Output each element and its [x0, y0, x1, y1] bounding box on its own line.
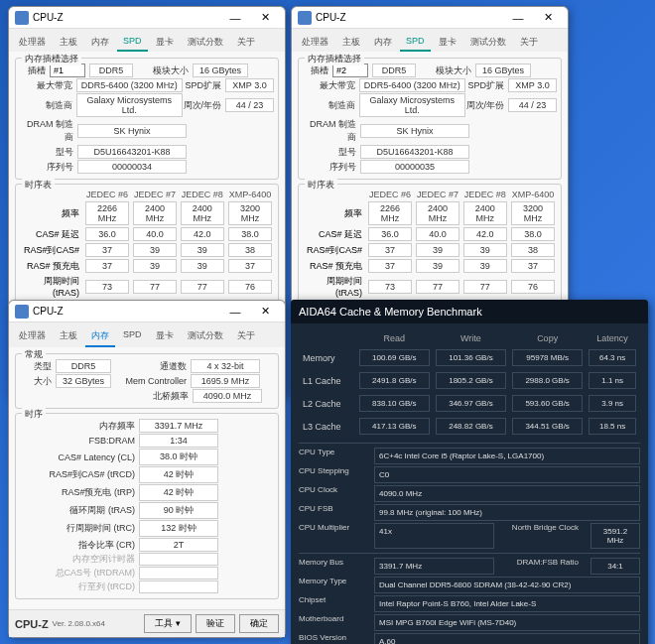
aida-row-label: Memory [301, 347, 355, 368]
timing-col: JEDEC #7 [414, 189, 461, 200]
timing-value: 3200 MHz [511, 201, 555, 225]
aida-value: 2491.8 GB/s [359, 372, 430, 389]
ok-button[interactable]: 确定 [239, 614, 279, 633]
timing-value: 2400 MHz [133, 201, 177, 225]
tab-graphics[interactable]: 显卡 [433, 33, 462, 52]
mem-label: CAS# Latency (CL) [20, 452, 139, 462]
aida-value: 1.1 ns [589, 372, 636, 389]
timing-legend: 时序 [22, 408, 46, 421]
tab-mainboard[interactable]: 主板 [54, 33, 83, 52]
tools-label: 工具 [155, 618, 173, 628]
chipset-label: Chipset [299, 595, 368, 612]
size-label: 模块大小 [133, 64, 193, 77]
clock-value: 4090.0 MHz [374, 485, 640, 502]
tab-spd[interactable]: SPD [117, 33, 148, 52]
close-button[interactable]: ✕ [534, 9, 562, 27]
timing-value: 37 [511, 259, 555, 273]
tab-spd[interactable]: SPD [400, 33, 431, 52]
timing-value: 2266 MHz [368, 201, 412, 225]
week-label: 周次/年份 [465, 99, 508, 112]
verify-button[interactable]: 验证 [196, 614, 235, 633]
tab-about[interactable]: 关于 [231, 33, 261, 52]
tab-memory[interactable]: 内存 [85, 326, 115, 347]
tabs: 处理器 主板 内存 SPD 显卡 测试分数 关于 [9, 29, 285, 52]
minimize-button[interactable]: — [504, 9, 532, 27]
mem-value: 42 时钟 [139, 484, 218, 501]
mult-value: 41x [374, 523, 494, 549]
tab-cpu[interactable]: 处理器 [296, 33, 334, 52]
timing-row: 周期时间 (tRAS)73777776 [20, 274, 274, 299]
type-label: 类型 [20, 360, 56, 373]
mem-label: RAS#预充电 (tRP) [20, 486, 139, 499]
minimize-button[interactable]: — [221, 303, 249, 321]
timing-legend: 时序表 [305, 179, 337, 192]
type-value: DDR5 [56, 359, 111, 373]
tab-graphics[interactable]: 显卡 [150, 33, 180, 52]
aida-row: L2 Cache838.10 GB/s346.97 GB/s593.60 GB/… [301, 393, 638, 414]
timing-value: 39 [416, 259, 459, 273]
tools-button[interactable]: 工具 ▾ [144, 614, 192, 633]
mfr-value: Galaxy Microsystems Ltd. [359, 93, 465, 117]
week-value: 44 / 23 [225, 98, 274, 112]
slot-select[interactable]: #1 [50, 64, 85, 77]
titlebar[interactable]: CPU-Z — ✕ [292, 7, 568, 29]
aida-benchmark-table: ReadWriteCopyLatencyMemory100.69 GB/s101… [299, 329, 640, 439]
model-label: 型号 [20, 146, 77, 159]
aida-value: 248.82 GB/s [436, 418, 506, 435]
tab-cpu[interactable]: 处理器 [13, 326, 52, 347]
tab-spd[interactable]: SPD [117, 326, 148, 347]
version-text: Ver. 2.08.0.x64 [53, 619, 141, 628]
aida64-window: AIDA64 Cache & Memory Benchmark ReadWrit… [291, 300, 648, 644]
close-button[interactable]: ✕ [251, 303, 279, 321]
mem-value: 42 时钟 [139, 466, 218, 483]
tab-bench[interactable]: 测试分数 [464, 33, 512, 52]
minimize-button[interactable]: — [221, 9, 249, 27]
tab-about[interactable]: 关于 [231, 326, 261, 347]
timing-row: 周期时间 (tRAS)73777776 [303, 274, 557, 299]
window-title: CPU-Z [316, 12, 504, 23]
aida-value: 344.51 GB/s [512, 418, 583, 435]
tab-bench[interactable]: 测试分数 [182, 33, 229, 52]
timing-col: XMP-6400 [226, 189, 274, 200]
tab-graphics[interactable]: 显卡 [150, 326, 180, 347]
timing-value: 77 [416, 280, 459, 294]
maxbw-label: 最大带宽 [303, 79, 359, 92]
close-button[interactable]: ✕ [251, 9, 279, 27]
spdext-value: XMP 3.0 [225, 78, 274, 92]
timing-row: RAS#到CAS#37393938 [303, 242, 557, 258]
cputype-value: 6C+4c Intel Core i5 (Raptor Lake-S, LGA1… [374, 448, 640, 464]
aida-title[interactable]: AIDA64 Cache & Memory Benchmark [291, 300, 648, 323]
app-icon [15, 11, 29, 25]
timing-col: JEDEC #6 [366, 189, 414, 200]
size-label: 大小 [20, 375, 56, 388]
cpuz-memory-window: CPU-Z — ✕ 处理器 主板 内存 SPD 显卡 测试分数 关于 常规 类型… [8, 300, 286, 638]
titlebar[interactable]: CPU-Z — ✕ [9, 7, 285, 29]
timing-value: 76 [228, 280, 272, 294]
dram-label: DRAM 制造商 [303, 118, 360, 144]
app-icon [298, 11, 312, 25]
nbc-label: North Bridge Clock [500, 523, 585, 549]
aida-value: 838.10 GB/s [359, 395, 430, 412]
tab-cpu[interactable]: 处理器 [13, 33, 52, 52]
aida-row: L3 Cache417.13 GB/s248.82 GB/s344.51 GB/… [301, 416, 638, 437]
timing-value: 39 [133, 259, 177, 273]
mem-value: 132 时钟 [139, 520, 218, 537]
timing-col: XMP-6400 [509, 189, 557, 200]
mem-value: 1:34 [139, 434, 218, 448]
tab-memory[interactable]: 内存 [85, 33, 115, 52]
timing-legend: 时序表 [22, 179, 55, 192]
tab-bench[interactable]: 测试分数 [182, 326, 229, 347]
timing-label: CAS# 延迟 [20, 226, 83, 242]
mfr-label: 制造商 [20, 99, 76, 112]
slot-select[interactable]: #2 [332, 64, 368, 77]
tab-mainboard[interactable]: 主板 [336, 33, 366, 52]
spdext-label: SPD扩展 [183, 79, 225, 92]
timing-row: RAS#到CAS#37393938 [20, 242, 274, 258]
tab-about[interactable]: 关于 [514, 33, 544, 52]
tab-memory[interactable]: 内存 [368, 33, 398, 52]
tab-mainboard[interactable]: 主板 [54, 326, 83, 347]
cpuz-logo: CPU-Z [15, 618, 49, 630]
titlebar[interactable]: CPU-Z — ✕ [9, 301, 285, 322]
timing-value: 37 [85, 259, 129, 273]
model-label: 型号 [303, 146, 360, 159]
